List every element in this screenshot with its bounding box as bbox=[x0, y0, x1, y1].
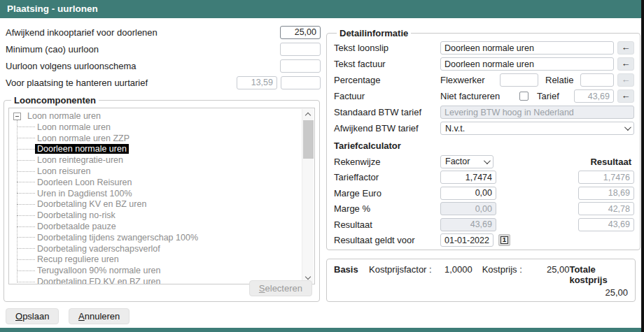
standaard-btw-label: Standaard BTW tarief bbox=[334, 107, 440, 117]
tree-item-label: Loon reintegratie-uren bbox=[35, 155, 125, 165]
tree-connector bbox=[17, 160, 35, 161]
tree-connector bbox=[17, 248, 35, 249]
tree-item[interactable]: Doorbetaling tijdens zwangerschap 100% bbox=[17, 232, 299, 243]
tree-item-label: Doorbetaling FD KV en BZ uren bbox=[35, 277, 162, 284]
rekenwijze-select[interactable]: Factor bbox=[440, 155, 493, 168]
afwijkend-inkooptarief-input[interactable] bbox=[280, 26, 321, 39]
afwijkend-inkooptarief-label: Afwijkend inkooptarief voor doorlenen bbox=[6, 27, 280, 38]
dialog-buttons: Opslaan Annuleren bbox=[6, 308, 136, 324]
form-row: Afwijkend inkooptarief voor doorlenen bbox=[6, 24, 321, 41]
marge-pct-result bbox=[578, 202, 634, 215]
kostprijs-summary: Basis Kostprijsfactor : 1,0000 Kostprijs… bbox=[326, 259, 636, 302]
tarieffactor-input[interactable] bbox=[440, 171, 496, 184]
afwijkend-btw-select[interactable]: N.v.t. bbox=[440, 122, 634, 135]
form-row: Minimum (cao) uurloon bbox=[6, 41, 321, 57]
hanteren-uurtarief-label: Voor plaatsing te hanteren uurtarief bbox=[6, 78, 237, 88]
standaard-btw-input bbox=[440, 106, 634, 119]
minimum-cao-uurloon-input[interactable] bbox=[280, 43, 321, 56]
kostprijsfactor-value: 1,0000 bbox=[435, 264, 472, 275]
scroll-up-icon[interactable] bbox=[302, 109, 314, 120]
resultaat-result bbox=[578, 218, 634, 231]
tekst-factuur-label: Tekst factuur bbox=[334, 59, 440, 69]
tree-connector bbox=[17, 149, 35, 150]
form-row: Voor plaatsing te hanteren uurtarief bbox=[6, 74, 321, 91]
marge-pct-label: Marge % bbox=[334, 203, 440, 214]
collapse-minus-icon[interactable] bbox=[13, 113, 21, 120]
kostprijs-label: Kostprijs : bbox=[482, 264, 531, 275]
form-row: Uurloon volgens uurloonschema bbox=[6, 57, 321, 74]
tree-item-label: Recup reguliere uren bbox=[35, 254, 121, 264]
niet-factureren-checkbox[interactable] bbox=[519, 92, 528, 101]
apply-left-arrow-icon[interactable]: ← bbox=[617, 41, 634, 55]
tree-item[interactable]: Terugvalloon 90% normale uren bbox=[17, 265, 299, 276]
tree-item[interactable]: Doorbetaling KV en BZ uren bbox=[17, 199, 299, 210]
save-button[interactable]: Opslaan bbox=[6, 308, 59, 324]
factuur-label: Factuur bbox=[334, 91, 440, 101]
tarieffactor-result bbox=[578, 171, 634, 184]
tree-item-label: Doorleen normale uren bbox=[35, 144, 129, 154]
tree-connector bbox=[17, 193, 35, 194]
selecteren-button[interactable]: Selecteren bbox=[249, 280, 312, 296]
tree-item[interactable]: Uren in Dagdienst 100% bbox=[17, 188, 299, 199]
tekst-loonslip-input[interactable] bbox=[440, 41, 614, 55]
relatie-label: Relatie bbox=[545, 75, 580, 85]
tree-item-label: Uren in Dagdienst 100% bbox=[35, 189, 134, 199]
tree-scrollbar[interactable] bbox=[302, 109, 314, 283]
tree-item-selected[interactable]: Doorleen normale uren bbox=[17, 144, 299, 155]
tekst-factuur-input[interactable] bbox=[440, 57, 614, 71]
tree-item[interactable]: Loon reisuren bbox=[17, 166, 299, 177]
chevron-down-icon bbox=[624, 124, 631, 131]
tarief-input[interactable] bbox=[574, 89, 614, 103]
niet-factureren-label: Niet factureren bbox=[440, 91, 519, 101]
calendar-icon[interactable]: 1 bbox=[498, 234, 510, 246]
tree-item[interactable]: Doorleen Loon Reisuren bbox=[17, 177, 299, 188]
uurloon-uurloonschema-input[interactable] bbox=[280, 59, 321, 73]
dialog-title: Plaatsing - uurlonen bbox=[0, 0, 641, 18]
tree-item[interactable]: Loon reintegratie-uren bbox=[17, 154, 299, 166]
afwijkend-btw-selected-value: N.v.t. bbox=[445, 124, 465, 133]
tree-connector bbox=[17, 215, 35, 216]
tree-item-label: Doorbetaling tijdens zwangerschap 100% bbox=[35, 233, 200, 243]
looncomponenten-tree[interactable]: Loon normale uren Loon normale uren Loon… bbox=[8, 108, 315, 284]
tree-item[interactable]: Doorbetaalde pauze bbox=[17, 221, 299, 232]
hanteren-uurtarief-input[interactable] bbox=[237, 76, 277, 89]
tree-connector bbox=[17, 226, 35, 227]
minimum-cao-uurloon-label: Minimum (cao) uurloon bbox=[6, 44, 280, 55]
marge-euro-result bbox=[578, 187, 634, 200]
resultaat-geldt-voor-date-input[interactable] bbox=[440, 233, 493, 247]
basis-label: Basis bbox=[334, 264, 369, 275]
tree-root-item[interactable]: Loon normale uren bbox=[13, 110, 299, 122]
tree-item-label: Doorbetaling no-risk bbox=[35, 210, 118, 220]
flexwerker-percentage-input[interactable] bbox=[500, 73, 538, 87]
tree-item[interactable]: Loon normale uren bbox=[17, 122, 299, 133]
scrollbar-thumb[interactable] bbox=[303, 120, 314, 159]
apply-left-arrow-icon-disabled: ← bbox=[617, 73, 634, 87]
resultaat-column-header: Resultaat bbox=[578, 157, 634, 167]
totale-kostprijs-value: 25,00 bbox=[334, 287, 628, 298]
chevron-down-icon bbox=[484, 157, 491, 164]
tree-connector bbox=[17, 171, 35, 172]
kostprijs-value: 25,00 bbox=[530, 264, 569, 275]
tree-item-label: Loon normale uren bbox=[35, 122, 113, 132]
tree-children: Loon normale uren Loon normale uren ZZP … bbox=[17, 122, 299, 284]
tree-root-label: Loon normale uren bbox=[25, 111, 103, 121]
marge-euro-input[interactable] bbox=[440, 187, 496, 200]
resultaat-input bbox=[440, 218, 496, 231]
tree-item-label: Doorbetaling KV en BZ uren bbox=[35, 199, 148, 209]
marge-pct-input bbox=[440, 202, 496, 215]
apply-left-arrow-icon[interactable]: ← bbox=[617, 57, 634, 71]
cancel-button[interactable]: Annuleren bbox=[69, 308, 130, 324]
tree-item[interactable]: Loon normale uren ZZP bbox=[17, 133, 299, 144]
tree-connector bbox=[17, 270, 35, 271]
tree-item[interactable]: Recup reguliere uren bbox=[17, 254, 299, 266]
looncomponenten-legend: Looncomponenten bbox=[11, 95, 99, 106]
tree-connector bbox=[17, 259, 35, 260]
looncomponenten-fieldset: Looncomponenten Loon normale uren Loon n… bbox=[4, 95, 320, 302]
tree-item[interactable]: Doorbetaling no-risk bbox=[17, 210, 299, 221]
hanteren-uurtarief-override-input[interactable] bbox=[281, 76, 321, 89]
tree-connector bbox=[17, 204, 35, 205]
rates-form: Afwijkend inkooptarief voor doorlenen Mi… bbox=[6, 24, 321, 91]
tree-item[interactable]: Doorbetaling vaderschapsverlof bbox=[17, 243, 299, 254]
relatie-percentage-input[interactable] bbox=[580, 73, 614, 87]
apply-left-arrow-icon[interactable]: ← bbox=[617, 89, 634, 103]
